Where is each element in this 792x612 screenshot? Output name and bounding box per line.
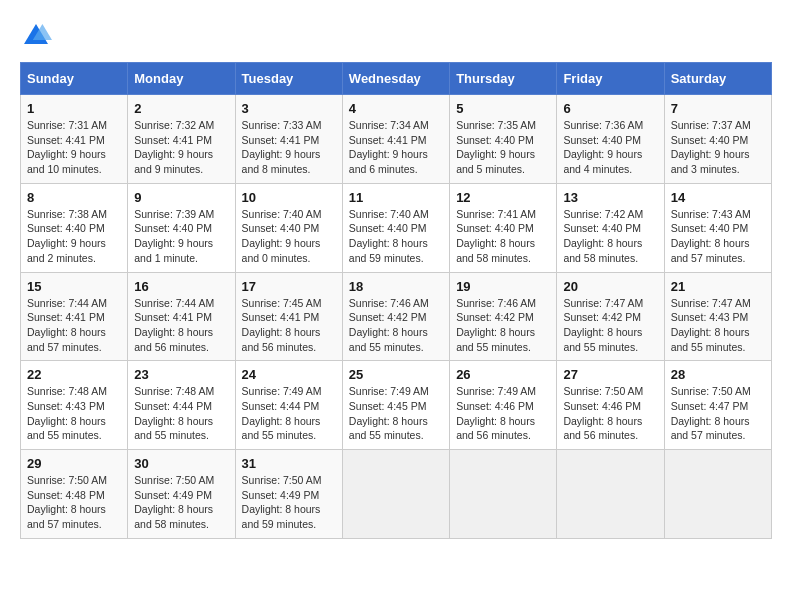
- day-cell: 6 Sunrise: 7:36 AM Sunset: 4:40 PM Dayli…: [557, 95, 664, 184]
- day-info: Sunrise: 7:43 AM Sunset: 4:40 PM Dayligh…: [671, 207, 765, 266]
- day-number: 9: [134, 190, 228, 205]
- day-info: Sunrise: 7:40 AM Sunset: 4:40 PM Dayligh…: [349, 207, 443, 266]
- day-info: Sunrise: 7:39 AM Sunset: 4:40 PM Dayligh…: [134, 207, 228, 266]
- empty-cell: [342, 450, 449, 539]
- day-cell: 26 Sunrise: 7:49 AM Sunset: 4:46 PM Dayl…: [450, 361, 557, 450]
- day-number: 6: [563, 101, 657, 116]
- day-cell: 1 Sunrise: 7:31 AM Sunset: 4:41 PM Dayli…: [21, 95, 128, 184]
- day-info: Sunrise: 7:33 AM Sunset: 4:41 PM Dayligh…: [242, 118, 336, 177]
- day-cell: 2 Sunrise: 7:32 AM Sunset: 4:41 PM Dayli…: [128, 95, 235, 184]
- day-cell: 28 Sunrise: 7:50 AM Sunset: 4:47 PM Dayl…: [664, 361, 771, 450]
- header-row: Sunday Monday Tuesday Wednesday Thursday…: [21, 63, 772, 95]
- col-tuesday: Tuesday: [235, 63, 342, 95]
- col-wednesday: Wednesday: [342, 63, 449, 95]
- day-cell: 10 Sunrise: 7:40 AM Sunset: 4:40 PM Dayl…: [235, 183, 342, 272]
- day-number: 12: [456, 190, 550, 205]
- col-saturday: Saturday: [664, 63, 771, 95]
- day-cell: 12 Sunrise: 7:41 AM Sunset: 4:40 PM Dayl…: [450, 183, 557, 272]
- day-number: 20: [563, 279, 657, 294]
- header: [20, 20, 772, 52]
- day-cell: 15 Sunrise: 7:44 AM Sunset: 4:41 PM Dayl…: [21, 272, 128, 361]
- day-number: 28: [671, 367, 765, 382]
- day-info: Sunrise: 7:35 AM Sunset: 4:40 PM Dayligh…: [456, 118, 550, 177]
- day-info: Sunrise: 7:50 AM Sunset: 4:49 PM Dayligh…: [242, 473, 336, 532]
- day-cell: 18 Sunrise: 7:46 AM Sunset: 4:42 PM Dayl…: [342, 272, 449, 361]
- day-number: 17: [242, 279, 336, 294]
- day-cell: 14 Sunrise: 7:43 AM Sunset: 4:40 PM Dayl…: [664, 183, 771, 272]
- calendar-body: 1 Sunrise: 7:31 AM Sunset: 4:41 PM Dayli…: [21, 95, 772, 539]
- calendar-week: 29 Sunrise: 7:50 AM Sunset: 4:48 PM Dayl…: [21, 450, 772, 539]
- empty-cell: [664, 450, 771, 539]
- day-cell: 27 Sunrise: 7:50 AM Sunset: 4:46 PM Dayl…: [557, 361, 664, 450]
- col-thursday: Thursday: [450, 63, 557, 95]
- day-info: Sunrise: 7:45 AM Sunset: 4:41 PM Dayligh…: [242, 296, 336, 355]
- day-info: Sunrise: 7:49 AM Sunset: 4:46 PM Dayligh…: [456, 384, 550, 443]
- day-cell: 23 Sunrise: 7:48 AM Sunset: 4:44 PM Dayl…: [128, 361, 235, 450]
- day-number: 22: [27, 367, 121, 382]
- logo-icon: [20, 20, 52, 52]
- day-info: Sunrise: 7:49 AM Sunset: 4:45 PM Dayligh…: [349, 384, 443, 443]
- day-number: 30: [134, 456, 228, 471]
- day-number: 3: [242, 101, 336, 116]
- day-number: 1: [27, 101, 121, 116]
- day-info: Sunrise: 7:40 AM Sunset: 4:40 PM Dayligh…: [242, 207, 336, 266]
- day-number: 24: [242, 367, 336, 382]
- col-sunday: Sunday: [21, 63, 128, 95]
- day-cell: 19 Sunrise: 7:46 AM Sunset: 4:42 PM Dayl…: [450, 272, 557, 361]
- calendar-week: 15 Sunrise: 7:44 AM Sunset: 4:41 PM Dayl…: [21, 272, 772, 361]
- day-number: 8: [27, 190, 121, 205]
- day-cell: 21 Sunrise: 7:47 AM Sunset: 4:43 PM Dayl…: [664, 272, 771, 361]
- day-number: 15: [27, 279, 121, 294]
- day-info: Sunrise: 7:47 AM Sunset: 4:43 PM Dayligh…: [671, 296, 765, 355]
- day-number: 18: [349, 279, 443, 294]
- day-cell: 8 Sunrise: 7:38 AM Sunset: 4:40 PM Dayli…: [21, 183, 128, 272]
- day-cell: 30 Sunrise: 7:50 AM Sunset: 4:49 PM Dayl…: [128, 450, 235, 539]
- day-number: 11: [349, 190, 443, 205]
- day-number: 29: [27, 456, 121, 471]
- calendar-table: Sunday Monday Tuesday Wednesday Thursday…: [20, 62, 772, 539]
- day-info: Sunrise: 7:46 AM Sunset: 4:42 PM Dayligh…: [456, 296, 550, 355]
- day-number: 27: [563, 367, 657, 382]
- day-info: Sunrise: 7:50 AM Sunset: 4:49 PM Dayligh…: [134, 473, 228, 532]
- day-info: Sunrise: 7:50 AM Sunset: 4:47 PM Dayligh…: [671, 384, 765, 443]
- day-cell: 4 Sunrise: 7:34 AM Sunset: 4:41 PM Dayli…: [342, 95, 449, 184]
- day-cell: 11 Sunrise: 7:40 AM Sunset: 4:40 PM Dayl…: [342, 183, 449, 272]
- day-number: 19: [456, 279, 550, 294]
- day-number: 10: [242, 190, 336, 205]
- day-info: Sunrise: 7:32 AM Sunset: 4:41 PM Dayligh…: [134, 118, 228, 177]
- day-number: 25: [349, 367, 443, 382]
- day-number: 4: [349, 101, 443, 116]
- day-number: 14: [671, 190, 765, 205]
- day-info: Sunrise: 7:44 AM Sunset: 4:41 PM Dayligh…: [27, 296, 121, 355]
- logo: [20, 20, 56, 52]
- day-cell: 13 Sunrise: 7:42 AM Sunset: 4:40 PM Dayl…: [557, 183, 664, 272]
- day-info: Sunrise: 7:47 AM Sunset: 4:42 PM Dayligh…: [563, 296, 657, 355]
- day-info: Sunrise: 7:37 AM Sunset: 4:40 PM Dayligh…: [671, 118, 765, 177]
- day-cell: 29 Sunrise: 7:50 AM Sunset: 4:48 PM Dayl…: [21, 450, 128, 539]
- day-cell: 5 Sunrise: 7:35 AM Sunset: 4:40 PM Dayli…: [450, 95, 557, 184]
- calendar-week: 22 Sunrise: 7:48 AM Sunset: 4:43 PM Dayl…: [21, 361, 772, 450]
- empty-cell: [557, 450, 664, 539]
- day-info: Sunrise: 7:31 AM Sunset: 4:41 PM Dayligh…: [27, 118, 121, 177]
- day-info: Sunrise: 7:36 AM Sunset: 4:40 PM Dayligh…: [563, 118, 657, 177]
- day-number: 31: [242, 456, 336, 471]
- day-number: 7: [671, 101, 765, 116]
- day-number: 23: [134, 367, 228, 382]
- day-cell: 25 Sunrise: 7:49 AM Sunset: 4:45 PM Dayl…: [342, 361, 449, 450]
- day-info: Sunrise: 7:48 AM Sunset: 4:43 PM Dayligh…: [27, 384, 121, 443]
- day-number: 21: [671, 279, 765, 294]
- day-cell: 22 Sunrise: 7:48 AM Sunset: 4:43 PM Dayl…: [21, 361, 128, 450]
- calendar-week: 1 Sunrise: 7:31 AM Sunset: 4:41 PM Dayli…: [21, 95, 772, 184]
- day-info: Sunrise: 7:41 AM Sunset: 4:40 PM Dayligh…: [456, 207, 550, 266]
- day-info: Sunrise: 7:38 AM Sunset: 4:40 PM Dayligh…: [27, 207, 121, 266]
- day-info: Sunrise: 7:49 AM Sunset: 4:44 PM Dayligh…: [242, 384, 336, 443]
- day-cell: 24 Sunrise: 7:49 AM Sunset: 4:44 PM Dayl…: [235, 361, 342, 450]
- day-cell: 20 Sunrise: 7:47 AM Sunset: 4:42 PM Dayl…: [557, 272, 664, 361]
- day-info: Sunrise: 7:50 AM Sunset: 4:46 PM Dayligh…: [563, 384, 657, 443]
- day-info: Sunrise: 7:42 AM Sunset: 4:40 PM Dayligh…: [563, 207, 657, 266]
- col-friday: Friday: [557, 63, 664, 95]
- day-info: Sunrise: 7:46 AM Sunset: 4:42 PM Dayligh…: [349, 296, 443, 355]
- day-cell: 7 Sunrise: 7:37 AM Sunset: 4:40 PM Dayli…: [664, 95, 771, 184]
- day-cell: 3 Sunrise: 7:33 AM Sunset: 4:41 PM Dayli…: [235, 95, 342, 184]
- day-number: 26: [456, 367, 550, 382]
